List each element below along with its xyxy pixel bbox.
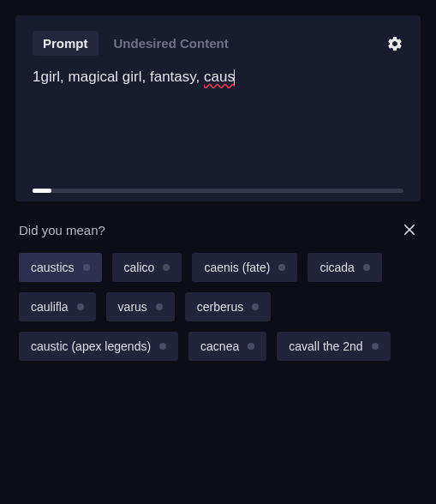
dot-icon <box>363 264 370 271</box>
suggestion-chip-label: varus <box>118 300 147 314</box>
suggestions-panel: Did you mean? causticscalicocaenis (fate… <box>15 222 421 361</box>
suggestion-chip-label: cerberus <box>197 300 243 314</box>
dot-icon <box>77 303 84 310</box>
tabs-row: Prompt Undesired Content <box>33 31 403 56</box>
suggestion-chip[interactable]: cacnea <box>188 332 266 361</box>
prompt-value-prefix: 1girl, magical girl, fantasy, <box>33 69 204 85</box>
gear-icon[interactable] <box>386 35 403 52</box>
suggestion-chip[interactable]: caulifla <box>19 292 96 321</box>
suggestion-chip-label: caenis (fate) <box>204 261 270 274</box>
suggestion-chip[interactable]: caustic (apex legends) <box>19 332 178 361</box>
suggestion-chip[interactable]: varus <box>106 292 175 321</box>
dot-icon <box>278 264 285 271</box>
suggestion-chip[interactable]: cerberus <box>185 292 271 321</box>
close-icon[interactable] <box>402 222 417 237</box>
suggestion-chip-label: caustic (apex legends) <box>31 339 151 353</box>
suggestion-chip-label: cicada <box>320 261 354 274</box>
tab-undesired-content[interactable]: Undesired Content <box>104 31 239 56</box>
dot-icon <box>83 264 90 271</box>
suggestion-chip-label: cacnea <box>200 339 239 353</box>
suggestion-chip[interactable]: cicada <box>308 253 381 282</box>
suggestions-header: Did you mean? <box>19 222 417 237</box>
suggestion-chip[interactable]: caenis (fate) <box>192 253 297 282</box>
text-caret <box>234 69 235 85</box>
tab-prompt[interactable]: Prompt <box>33 31 99 56</box>
prompt-panel: Prompt Undesired Content 1girl, magical … <box>15 15 421 201</box>
dot-icon <box>159 343 166 350</box>
dot-icon <box>156 303 163 310</box>
suggestion-chip-label: cavall the 2nd <box>289 339 362 353</box>
dot-icon <box>248 343 254 350</box>
suggestion-chip-label: caulifla <box>31 300 69 314</box>
suggestion-chip-label: calico <box>124 261 155 274</box>
dot-icon <box>163 264 170 271</box>
suggestion-chip[interactable]: cavall the 2nd <box>277 332 390 361</box>
suggestion-chip-label: caustics <box>31 261 75 274</box>
suggestion-chip[interactable]: calico <box>112 253 182 282</box>
dot-icon <box>252 303 259 310</box>
prompt-value-partial: caus <box>204 69 235 85</box>
suggestion-chip[interactable]: caustics <box>19 253 102 282</box>
token-progress-track <box>33 189 403 193</box>
dot-icon <box>372 343 379 350</box>
suggestions-title: Did you mean? <box>19 223 105 237</box>
token-progress-fill <box>33 189 51 193</box>
suggestion-chips: causticscalicocaenis (fate)cicadacaulifl… <box>19 253 417 361</box>
prompt-input[interactable]: 1girl, magical girl, fantasy, caus <box>33 68 403 183</box>
